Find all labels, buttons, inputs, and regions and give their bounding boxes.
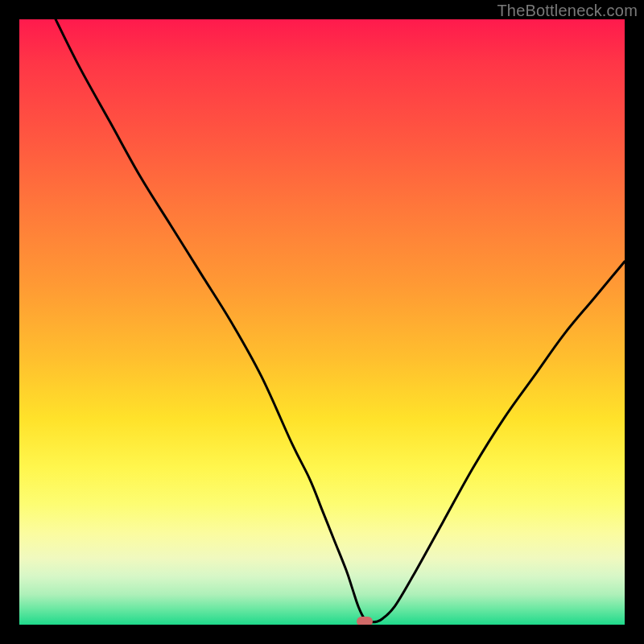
chart-frame: TheBottleneck.com [0,0,644,644]
bottleneck-curve [56,19,625,622]
curve-svg [19,19,625,625]
minimum-marker [357,617,373,625]
watermark-text: TheBottleneck.com [497,2,638,20]
plot-area [19,19,625,625]
